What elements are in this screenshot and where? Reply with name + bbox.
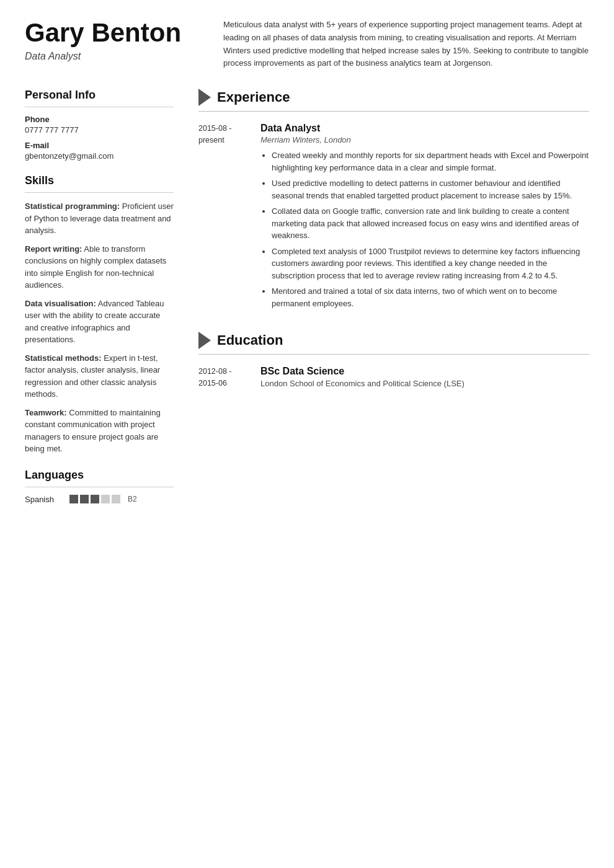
- education-school: London School of Economics and Political…: [260, 379, 589, 388]
- language-dot-empty: [112, 495, 120, 503]
- header-left: Gary Benton Data Analyst: [25, 19, 186, 70]
- education-divider: [198, 354, 589, 355]
- phone-value: 0777 777 7777: [25, 125, 174, 135]
- experience-bullets: Created weekly and monthly reports for s…: [260, 149, 589, 309]
- main-layout: Personal Info Phone 0777 777 7777 E-mail…: [25, 89, 589, 504]
- experience-dates: 2015-08 -present: [198, 123, 248, 313]
- language-dot-filled: [91, 495, 99, 503]
- experience-divider: [198, 111, 589, 112]
- experience-header: Experience: [198, 89, 589, 106]
- right-column: Experience 2015-08 -presentData AnalystM…: [186, 89, 589, 504]
- left-column: Personal Info Phone 0777 777 7777 E-mail…: [25, 89, 186, 504]
- experience-company: Merriam Winters, London: [260, 135, 589, 144]
- education-item: 2012-08 -2015-06BSc Data ScienceLondon S…: [198, 366, 589, 389]
- skills-title: Skills: [25, 174, 174, 187]
- skill-item: Statistical methods: Expert in t-test, f…: [25, 352, 174, 401]
- education-degree: BSc Data Science: [260, 366, 589, 377]
- language-level: B2: [128, 495, 137, 503]
- experience-bullet: Created weekly and monthly reports for s…: [272, 149, 589, 174]
- skill-item: Statistical programming: Proficient user…: [25, 200, 174, 237]
- experience-bullet: Used predictive modelling to detect patt…: [272, 177, 589, 202]
- language-dot-filled: [80, 495, 89, 503]
- education-list: 2012-08 -2015-06BSc Data ScienceLondon S…: [198, 366, 589, 389]
- skill-item: Teamwork: Committed to maintaining const…: [25, 407, 174, 455]
- experience-content: Data AnalystMerriam Winters, LondonCreat…: [260, 123, 589, 313]
- skill-item: Data visualisation: Advanced Tableau use…: [25, 298, 174, 346]
- language-name: Spanish: [25, 495, 62, 504]
- email-value: gbentonzety@gmail.com: [25, 151, 174, 161]
- experience-bullet: Collated data on Google traffic, convers…: [272, 205, 589, 242]
- personal-info-divider: [25, 107, 174, 107]
- education-arrow-icon: [198, 332, 211, 349]
- experience-section: Experience 2015-08 -presentData AnalystM…: [198, 89, 589, 313]
- personal-info-title: Personal Info: [25, 89, 174, 102]
- candidate-name: Gary Benton: [25, 19, 186, 47]
- experience-item: 2015-08 -presentData AnalystMerriam Wint…: [198, 123, 589, 313]
- skills-list: Statistical programming: Proficient user…: [25, 200, 174, 455]
- header: Gary Benton Data Analyst Meticulous data…: [25, 19, 589, 70]
- education-section-title: Education: [217, 332, 283, 348]
- education-section: Education 2012-08 -2015-06BSc Data Scien…: [198, 332, 589, 389]
- skills-divider: [25, 192, 174, 193]
- language-dot-filled: [69, 495, 78, 503]
- languages-divider: [25, 487, 174, 487]
- experience-arrow-icon: [198, 89, 211, 106]
- job-title: Data Analyst: [25, 51, 186, 62]
- header-summary: Meticulous data analyst with 5+ years of…: [186, 19, 589, 70]
- experience-section-title: Experience: [217, 89, 290, 105]
- language-dots: [69, 495, 120, 503]
- education-header: Education: [198, 332, 589, 349]
- email-label: E-mail: [25, 141, 174, 150]
- languages-title: Languages: [25, 469, 174, 482]
- languages-list: SpanishB2: [25, 495, 174, 504]
- experience-list: 2015-08 -presentData AnalystMerriam Wint…: [198, 123, 589, 313]
- language-dot-empty: [101, 495, 110, 503]
- experience-bullet: Mentored and trained a total of six data…: [272, 285, 589, 309]
- experience-role: Data Analyst: [260, 123, 589, 134]
- language-item: SpanishB2: [25, 495, 174, 504]
- phone-label: Phone: [25, 115, 174, 124]
- education-content: BSc Data ScienceLondon School of Economi…: [260, 366, 589, 389]
- experience-bullet: Completed text analysis of 1000 Trustpil…: [272, 246, 589, 282]
- skill-item: Report writing: Able to transform conclu…: [25, 243, 174, 291]
- education-dates: 2012-08 -2015-06: [198, 366, 248, 389]
